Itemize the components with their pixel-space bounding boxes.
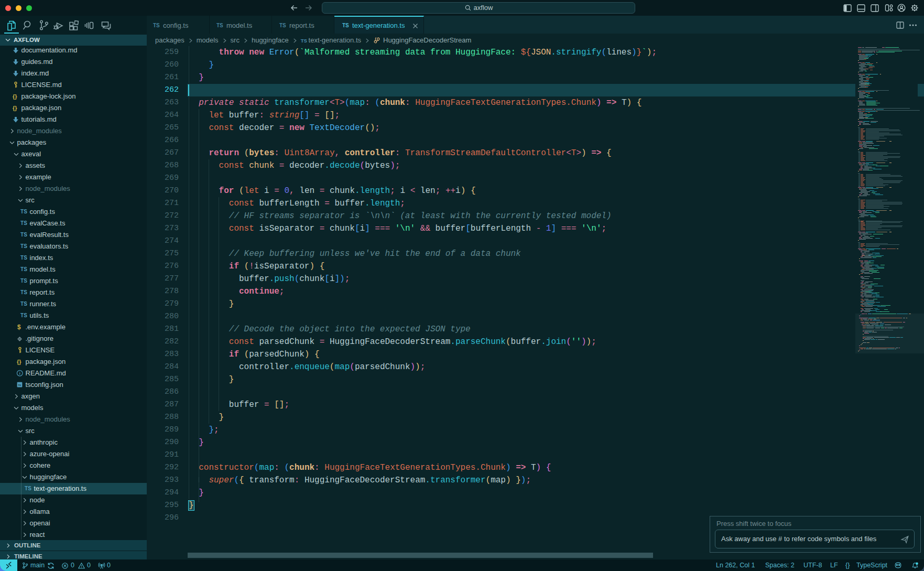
svg-text:ts: ts <box>18 383 21 386</box>
